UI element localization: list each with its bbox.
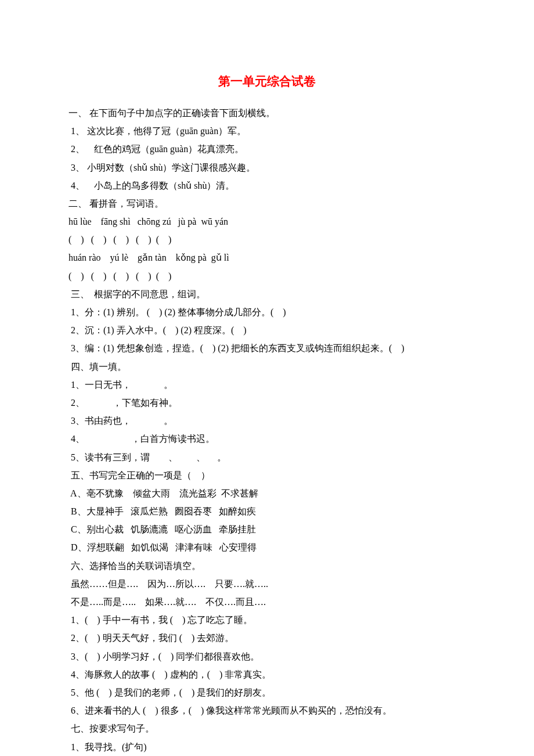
exam-line: ( ) ( ) ( ) ( ) ( ): [68, 267, 466, 285]
exam-line: 3、 小明对数（shǔ shù）学这门课很感兴趣。: [68, 159, 466, 177]
exam-line: 3、书由药也， 。: [68, 412, 466, 430]
exam-line: 5、他 ( ) 是我们的老师，( ) 是我们的好朋友。: [68, 683, 466, 701]
exam-line: 七、按要求写句子。: [68, 719, 466, 737]
exam-line: 3、( ) 小明学习好，( ) 同学们都很喜欢他。: [68, 647, 466, 665]
exam-line: 1、 这次比赛，他得了冠（guān guàn）军。: [68, 122, 466, 140]
exam-line: hū lùe fāng shì chōng zú jù pà wū yán: [68, 213, 466, 231]
exam-line: 五、书写完全正确的一项是（ ）: [68, 466, 466, 484]
exam-line: 2、 红色的鸡冠（guān guàn）花真漂亮。: [68, 140, 466, 158]
exam-line: 2、沉：(1) 弄入水中。( ) (2) 程度深。( ): [68, 321, 466, 339]
exam-body: 一、 在下面句子中加点字的正确读音下面划横线。 1、 这次比赛，他得了冠（guā…: [68, 104, 466, 756]
exam-line: 1、我寻找。(扩句): [68, 738, 466, 756]
exam-page: 第一单元综合试卷 一、 在下面句子中加点字的正确读音下面划横线。 1、 这次比赛…: [0, 0, 534, 756]
exam-line: 三、 根据字的不同意思，组词。: [68, 285, 466, 303]
exam-line: 四、填一填。: [68, 358, 466, 376]
exam-line: ( ) ( ) ( ) ( ) ( ): [68, 231, 466, 249]
exam-line: 6、进来看书的人 ( ) 很多，( ) 像我这样常常光顾而从不购买的，恐怕没有。: [68, 701, 466, 719]
exam-line: 1、分：(1) 辨别。 ( ) (2) 整体事物分成几部分。( ): [68, 303, 466, 321]
exam-line: 2、 ，下笔如有神。: [68, 394, 466, 412]
exam-line: 4、 小岛上的鸟多得数（shǔ shù）清。: [68, 177, 466, 195]
page-title: 第一单元综合试卷: [68, 70, 466, 93]
exam-line: 不是…..而是….. 如果….就…. 不仅….而且….: [68, 593, 466, 611]
exam-line: 1、( ) 手中一有书，我 ( ) 忘了吃忘了睡。: [68, 611, 466, 629]
exam-line: 六、选择恰当的关联词语填空。: [68, 557, 466, 575]
exam-line: 1、一日无书， 。: [68, 376, 466, 394]
exam-line: 一、 在下面句子中加点字的正确读音下面划横线。: [68, 104, 466, 122]
exam-line: 虽然……但是…. 因为…所以…. 只要….就…..: [68, 575, 466, 593]
exam-line: D、浮想联翩 如饥似渴 津津有味 心安理得: [68, 538, 466, 556]
exam-line: huán rào yú lè gǎn tàn kǒng pà gǔ lì: [68, 249, 466, 267]
exam-line: C、别出心裁 饥肠漉漉 呕心沥血 牵肠挂肚: [68, 520, 466, 538]
exam-line: 4、 ，白首方悔读书迟。: [68, 430, 466, 448]
exam-line: 3、编：(1) 凭想象创造，捏造。( ) (2) 把细长的东西支叉或钩连而组织起…: [68, 339, 466, 357]
exam-line: 4、海豚救人的故事 ( ) 虚构的，( ) 非常真实。: [68, 665, 466, 683]
exam-line: A、亳不犹豫 倾盆大雨 流光益彩 不求甚解: [68, 484, 466, 502]
exam-line: 二、 看拼音，写词语。: [68, 195, 466, 213]
exam-line: 2、( ) 明天天气好，我们 ( ) 去郊游。: [68, 629, 466, 647]
exam-line: 5、读书有三到，谓 、 、 。: [68, 448, 466, 466]
exam-line: B、大显神手 滚瓜烂熟 囫囵吞枣 如醉如疾: [68, 502, 466, 520]
